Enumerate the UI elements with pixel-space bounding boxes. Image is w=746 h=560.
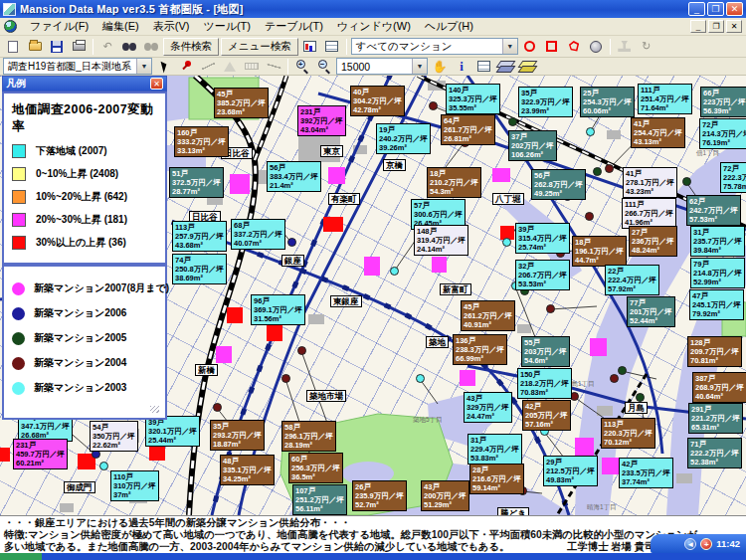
price-label: 128戸209.7万円／坪70.81m² — [687, 336, 742, 367]
legend-swatch — [12, 144, 26, 158]
sphere-button[interactable] — [586, 38, 606, 56]
draw-line-button[interactable] — [198, 59, 218, 75]
price-label: 25戸254.3万円／坪60.06m² — [580, 87, 635, 117]
dropdown-arrow-icon[interactable]: ▼ — [136, 59, 151, 74]
price-label: 55戸203万円／坪54.6m² — [521, 336, 570, 367]
menu-search-button[interactable]: メニュー検索 — [221, 38, 298, 56]
stamp-button[interactable] — [615, 38, 635, 56]
price-label: 77戸201万円／坪52.44m² — [627, 296, 675, 327]
station-label: 有楽町 — [328, 193, 360, 205]
attribute-table-button[interactable] — [473, 59, 493, 75]
price-label: 231戸459.7万円／坪60.21m² — [13, 439, 68, 469]
print-button[interactable] — [69, 38, 89, 56]
legend-price-row: 0~10%上昇 (2408) — [12, 167, 157, 181]
price-label: 113戸257.9万円／坪43.68m² — [172, 221, 227, 252]
price-label: 42戸205万円／坪57.16m² — [522, 400, 571, 431]
price-label: 71戸222.2万円／坪52.38m² — [687, 438, 742, 468]
find-button[interactable] — [119, 38, 139, 56]
tray-clock: 11:42 — [716, 538, 740, 549]
scale-combobox[interactable]: 15000 ▼ — [336, 58, 428, 75]
price-label: 107戸251.2万円／坪56.11m² — [292, 484, 347, 515]
menu-item-1[interactable]: 編集(E) — [95, 18, 146, 35]
menu-bar: ファイル(F)編集(E)表示(V)ツール(T)テーブル(T)ウィンドウ(W)ヘル… — [0, 18, 746, 36]
menu-item-5[interactable]: ウィンドウ(W) — [330, 18, 418, 35]
angle-button[interactable] — [264, 59, 283, 75]
binoculars-icon — [144, 42, 158, 52]
table-view-button[interactable] — [322, 38, 342, 56]
mansion-marker-cyan — [99, 462, 108, 470]
restore-button[interactable]: ❐ — [707, 2, 724, 16]
separator — [610, 39, 611, 55]
pin-button[interactable] — [176, 59, 196, 75]
legend-close-button[interactable]: ✕ — [150, 78, 163, 90]
draw-rectangle-button[interactable] — [542, 38, 562, 56]
menu-item-6[interactable]: ヘルプ(H) — [418, 18, 480, 35]
mansion-marker-green — [636, 393, 645, 402]
dropdown-arrow-icon[interactable]: ▼ — [412, 59, 427, 74]
cursor-icon — [160, 60, 168, 73]
map-canvas[interactable]: 45戸385.2万円／坪23.68m²160戸333.2万円／坪33.13m²2… — [0, 76, 746, 515]
price-label: 150戸218.2万円／坪70.83m² — [517, 368, 572, 399]
layers-button[interactable] — [495, 59, 515, 75]
tray-nav-icon[interactable]: ◄ — [684, 538, 696, 550]
title-bar: Mansion Data Map ver3.5 首都圏版 - [地図] _ ❐ … — [0, 0, 746, 18]
mansion-marker-darkred — [546, 304, 555, 313]
menu-item-0[interactable]: ファイル(F) — [23, 18, 95, 35]
pan-button[interactable]: ✋ — [430, 59, 450, 75]
info-button[interactable]: i — [452, 59, 471, 75]
zoom-out-icon: − — [318, 60, 331, 73]
draw-polygon-button[interactable] — [564, 38, 584, 56]
zoom-out-button[interactable]: − — [314, 59, 334, 75]
legend-resize-grip[interactable] — [10, 406, 159, 414]
legend-title-bar[interactable]: 凡例 ✕ — [2, 76, 167, 92]
dropdown-arrow-icon[interactable]: ▼ — [502, 39, 517, 54]
zoom-in-button[interactable]: + — [292, 59, 312, 75]
layers-yellow-button[interactable] — [517, 59, 537, 75]
legend-title: 凡例 — [6, 77, 26, 91]
station-label: 銀座 — [281, 255, 304, 267]
menu-item-2[interactable]: 表示(V) — [146, 18, 197, 35]
price-label: 43戸329万円／坪24.47m² — [464, 392, 512, 423]
rotate-button[interactable]: ↻ — [637, 38, 656, 56]
chart-button[interactable] — [300, 38, 320, 56]
draw-circle-button[interactable] — [520, 38, 540, 56]
price-label: 35戸293.2万円／坪18.87m² — [210, 420, 265, 451]
status-line-1: ・・・銀座エリアにおける過去5年間の新築分譲マンション供給分布・・・ — [4, 517, 742, 529]
undo-button[interactable]: ↶ — [97, 38, 117, 56]
minimize-button[interactable]: _ — [688, 2, 705, 16]
mdi-close-button[interactable]: ✕ — [726, 20, 742, 33]
mansion-marker-green — [682, 177, 691, 186]
price-label: 74戸250.8万円／坪38.69m² — [172, 254, 227, 284]
price-label: 31戸235.7万円／坪39.84m² — [690, 226, 745, 257]
price-label: 96戸369.1万円／坪31.56m² — [251, 294, 305, 325]
tray-security-icon[interactable]: + — [700, 538, 712, 550]
station-label: 築地市場 — [306, 390, 346, 402]
price-label: 111戸251.4万円／坪71.64m² — [638, 84, 692, 114]
price-label: 28戸216.6万円／坪59.14m² — [469, 464, 524, 494]
draw-triangle-button[interactable] — [220, 59, 240, 75]
save-button[interactable] — [47, 38, 67, 56]
legend-circle — [12, 332, 25, 345]
dataset-combobox[interactable]: 調査H19首都圏_日本測地系 ▼ — [3, 58, 152, 75]
price-label: 72戸214.3万円／坪76.19m² — [699, 118, 746, 149]
legend-circle — [12, 357, 25, 370]
legend-mansion-row: 新築マンション2005 — [12, 331, 157, 345]
menu-item-4[interactable]: テーブル(T) — [258, 18, 330, 35]
price-zone-square-magenta — [460, 370, 475, 386]
mdi-restore-button[interactable]: ❐ — [708, 20, 724, 33]
mdi-minimize-button[interactable]: _ — [690, 20, 706, 33]
district-label: 築地5丁目 — [413, 416, 443, 425]
open-button[interactable] — [25, 38, 45, 56]
mansion-filter-combobox[interactable]: すべてのマンション ▼ — [351, 38, 518, 55]
price-label: 48戸335.1万円／坪34.25m² — [220, 455, 275, 485]
new-button[interactable] — [3, 38, 23, 56]
price-label: 60戸256.3万円／坪36.5m² — [288, 453, 343, 483]
station-label: 東京 — [320, 145, 343, 157]
select-cursor-button[interactable] — [154, 59, 174, 75]
close-button[interactable]: ✕ — [726, 2, 743, 16]
find-next-button[interactable] — [141, 38, 161, 56]
condition-search-button[interactable]: 条件検索 — [163, 38, 219, 56]
menu-item-3[interactable]: ツール(T) — [196, 18, 258, 35]
measure-button[interactable] — [242, 59, 262, 75]
price-label: 160戸333.2万円／坪33.13m² — [174, 126, 229, 157]
